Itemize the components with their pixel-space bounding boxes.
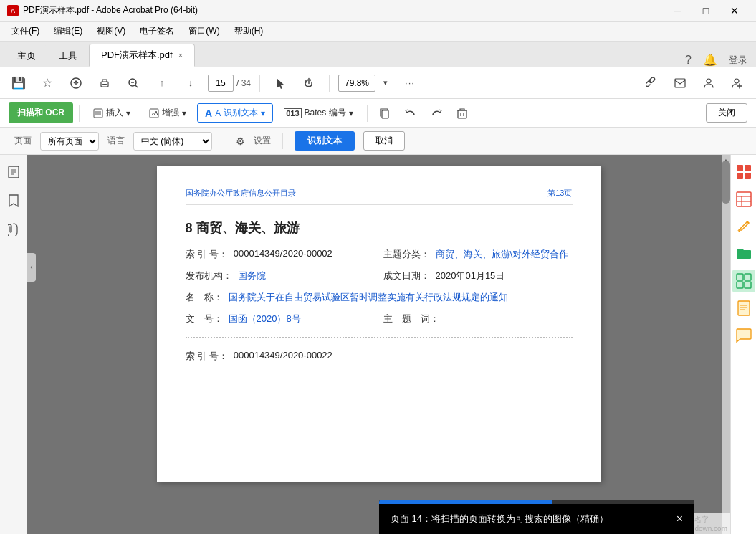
progress-popup: 页面 14：将扫描的页面转换为可搜索的图像（精确） × <box>379 500 694 534</box>
pdf-field-value-publisher: 国务院 <box>238 270 266 282</box>
page-number-input[interactable] <box>208 75 234 92</box>
notification-icon[interactable]: 🔔 <box>703 53 717 67</box>
maximize-button[interactable]: □ <box>692 0 720 22</box>
enhance-button[interactable]: 增强 ▾ <box>141 103 194 123</box>
settings-bar: 页面 所有页面 语言 中文 (简体) ⚙ 设置 识别文本 取消 <box>0 128 756 155</box>
insert-button[interactable]: 插入 ▾ <box>85 103 138 123</box>
watermark-line2: 3down.com <box>691 525 727 533</box>
menu-esign[interactable]: 电子签名 <box>134 24 180 39</box>
add-user-button[interactable] <box>726 72 749 95</box>
arrow-down-button[interactable]: ↓ <box>179 72 202 95</box>
toolbar-separator-2 <box>329 75 330 92</box>
close-button[interactable]: ✕ <box>720 0 749 22</box>
pdf-header-left: 国务院办公厅政府信息公开目录 <box>186 188 296 199</box>
cancel-button[interactable]: 取消 <box>363 131 405 151</box>
sidebar-attachment-icon[interactable] <box>4 219 24 239</box>
right-icon-layout[interactable] <box>732 161 755 183</box>
zoom-input[interactable] <box>338 75 375 92</box>
zoom-dropdown-button[interactable]: ▾ <box>378 72 393 95</box>
right-icon-folder[interactable] <box>732 242 755 265</box>
language-select[interactable]: 中文 (简体) <box>133 132 212 151</box>
collapse-sidebar-button[interactable]: ‹ <box>27 253 36 282</box>
recognize-button[interactable]: AA 识别文本 ▾ <box>197 103 273 123</box>
pdf-field-value-date: 2020年01月15日 <box>436 270 505 282</box>
recognize-drop-icon: ▾ <box>261 108 265 118</box>
vertical-scrollbar[interactable]: ▲ <box>722 155 730 534</box>
settings-gear-icon: ⚙ <box>236 135 245 147</box>
sidebar-bookmark-icon[interactable] <box>4 191 24 211</box>
page-navigation: / 34 <box>208 75 251 92</box>
right-icon-table[interactable] <box>732 188 755 211</box>
delete-button[interactable] <box>451 102 474 125</box>
svg-line-5 <box>135 85 138 87</box>
svg-rect-16 <box>458 110 466 118</box>
progress-close-button[interactable]: × <box>676 512 683 525</box>
language-label: 语言 <box>107 135 125 147</box>
mail-button[interactable] <box>669 72 692 95</box>
bookmark-button[interactable]: ☆ <box>36 72 59 95</box>
arrow-up-button[interactable]: ↑ <box>150 72 173 95</box>
right-panel <box>730 155 756 534</box>
toolbar: 💾 ☆ ↑ ↓ / 34 ▾ ··· <box>0 67 756 99</box>
svg-rect-23 <box>737 165 743 171</box>
pdf-field-value-index: 000014349/2020-00002 <box>234 248 332 261</box>
zoom-out-button[interactable] <box>122 72 145 95</box>
pdf-field-label-topic: 主 题 词： <box>383 313 439 325</box>
tab-tools[interactable]: 工具 <box>47 45 89 67</box>
sidebar-pages-icon[interactable] <box>4 162 24 182</box>
hand-tool-button[interactable] <box>297 72 320 95</box>
settings-separator-2 <box>282 133 283 149</box>
select-tool-button[interactable] <box>269 72 292 95</box>
print-button[interactable] <box>93 72 116 95</box>
undo-button[interactable] <box>399 102 422 125</box>
svg-rect-2 <box>102 84 107 85</box>
tab-close-icon[interactable]: × <box>178 51 183 59</box>
scan-ocr-button[interactable]: 扫描和 OCR <box>9 102 73 123</box>
right-icon-grid[interactable] <box>732 270 755 292</box>
menu-help[interactable]: 帮助(H) <box>229 24 269 39</box>
ocr-sep-1 <box>79 105 80 122</box>
tab-pdf[interactable]: PDF演示样本.pdf × <box>89 44 195 67</box>
menu-edit[interactable]: 编辑(E) <box>48 24 88 39</box>
svg-rect-26 <box>745 173 751 179</box>
bates-drop-icon: ▾ <box>349 108 353 118</box>
settings-separator <box>224 133 224 149</box>
menu-file[interactable]: 文件(F) <box>6 24 45 39</box>
upload-button[interactable] <box>64 72 87 95</box>
menu-view[interactable]: 视图(V) <box>91 24 131 39</box>
pdf-field-label-date: 成文日期： <box>383 270 430 282</box>
help-icon[interactable]: ? <box>685 54 692 67</box>
bates-label: Bates 编号 <box>305 107 346 119</box>
minimize-button[interactable]: ─ <box>663 0 692 22</box>
user-button[interactable] <box>697 72 720 95</box>
bates-button[interactable]: 013 Bates 编号 ▾ <box>276 103 360 123</box>
scroll-thumb[interactable] <box>722 161 730 204</box>
menu-window[interactable]: 窗口(W) <box>183 24 225 39</box>
tab-home[interactable]: 主页 <box>6 45 47 67</box>
svg-rect-31 <box>737 274 743 280</box>
pdf-fields-grid-3: 文 号： 国函（2020）8号 主 题 词： <box>186 313 573 325</box>
right-icon-edit[interactable] <box>732 215 755 238</box>
right-icon-chat[interactable] <box>732 324 755 347</box>
save-button[interactable]: 💾 <box>7 72 30 95</box>
svg-rect-15 <box>382 110 388 118</box>
link-button[interactable] <box>640 72 663 95</box>
copy-button[interactable] <box>373 102 396 125</box>
settings-label[interactable]: 设置 <box>254 135 271 147</box>
pdf-field-value-name: 国务院关于在自由贸易试验区暂时调整实施有关行政法规规定的通知 <box>229 291 508 304</box>
more-tools-button[interactable]: ··· <box>398 72 421 95</box>
close-button[interactable]: 关闭 <box>706 103 747 123</box>
pdf-header-right: 第13页 <box>547 188 572 199</box>
page-select[interactable]: 所有页面 <box>40 132 99 151</box>
pdf-scroll-area[interactable]: 国务院办公厅政府信息公开目录 第13页 8 商贸、海关、旅游 索 引 号： 00… <box>27 155 730 534</box>
redo-button[interactable] <box>425 102 448 125</box>
svg-rect-33 <box>737 282 743 288</box>
app-icon: A <box>7 5 19 16</box>
right-icon-document[interactable] <box>732 297 755 320</box>
tab-bar: 主页 工具 PDF演示样本.pdf × ? 🔔 登录 <box>0 42 756 67</box>
svg-rect-34 <box>745 282 751 288</box>
pdf-field-label-index: 索 引 号： <box>186 248 228 261</box>
login-button[interactable]: 登录 <box>729 54 747 67</box>
recognize-text-button[interactable]: 识别文本 <box>295 131 355 151</box>
progress-content: 页面 14：将扫描的页面转换为可搜索的图像（精确） × <box>379 504 694 534</box>
